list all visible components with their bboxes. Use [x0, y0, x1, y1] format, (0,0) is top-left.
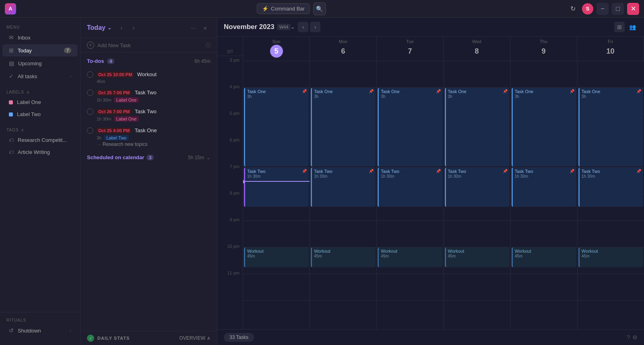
event-duration: 45m [381, 254, 388, 258]
panel-more-button[interactable]: ··· [188, 23, 198, 33]
command-bar-button[interactable]: ⚡ Command Bar [257, 3, 310, 14]
calendar-event-workout[interactable]: Workout 45m [578, 247, 643, 267]
task-checkbox[interactable] [87, 89, 93, 96]
sidebar-item-label-one[interactable]: Label One [2, 96, 78, 108]
calendar-event-task-two[interactable]: 📌 Task Two 1h 30m [512, 168, 576, 207]
calendar-event-task-one[interactable]: 📌 Task One 3h [244, 88, 309, 166]
calendar-event-task-one[interactable]: 📌 Task One 3h [512, 88, 576, 166]
avatar[interactable]: S [582, 3, 593, 15]
calendar-event-workout[interactable]: Workout 45m [244, 247, 309, 267]
time-label: 10 pm [217, 242, 243, 269]
current-time-line [243, 181, 310, 182]
calendar-prev-button[interactable]: ‹ [298, 22, 308, 32]
sidebar-item-shutdown[interactable]: ↺ Shutdown › [2, 324, 78, 337]
task-item[interactable]: Oct 25 10:00 PM Workout 45m [80, 68, 217, 86]
task-meta: 1h 30m Label One [97, 97, 211, 103]
day-header-fri: Fri 10 [577, 37, 644, 61]
calendar-event-task-two[interactable]: 📌 Task Two 1h 30m [445, 168, 510, 207]
pin-icon: 📌 [636, 89, 641, 94]
overview-button[interactable]: OVERVIEW ∧ [180, 335, 211, 341]
event-name: Task Two [515, 169, 574, 174]
sidebar-item-all-tasks[interactable]: ✓ All tasks › [2, 70, 78, 82]
day-col-mon[interactable]: 📌 Task One 3h 📌 Task Two 1h 30m Workout … [310, 61, 377, 329]
close-button[interactable]: ✕ [627, 3, 639, 15]
overview-chevron-icon: ∧ [207, 335, 211, 341]
calendar-people-button[interactable]: 👥 [627, 22, 638, 32]
calendar-event-task-two[interactable]: 📌 Task Two 1h 30m [578, 168, 643, 207]
task-duration: 45m [97, 79, 105, 84]
task-checkbox[interactable] [87, 127, 93, 134]
calendar-grid: IST 3 pm 4 pm 5 pm 6 pm 7 pm 8 pm 9 pm 1… [217, 37, 644, 329]
sidebar-item-upcoming[interactable]: ▤ Upcoming [2, 57, 78, 69]
calendar-event-task-two[interactable]: 📌 Task Two 1h 30m [378, 168, 442, 207]
sidebar-item-label: Inbox [18, 35, 31, 41]
scheduled-title: Scheduled on calendar 3 [87, 154, 154, 160]
day-header-sun: Sun 5 [243, 37, 310, 61]
task-date: Oct 25 4:00 PM [97, 128, 131, 133]
labels-header[interactable]: LABELS ∧ [0, 87, 80, 96]
panel-next-button[interactable]: › [128, 23, 139, 33]
maximize-button[interactable]: □ [612, 3, 624, 15]
calendar-right-controls: ⊞ 👥 [614, 22, 638, 32]
sidebar-item-tag-writing[interactable]: 🏷 Article Writing [2, 146, 78, 158]
tags-header[interactable]: TAGS ∧ [0, 125, 80, 134]
task-item[interactable]: Oct 26 7:00 PM Task Two 1h 30m Label One [80, 105, 217, 124]
minimize-button[interactable]: − [597, 3, 609, 15]
sidebar-item-label-two[interactable]: Label Two [2, 108, 78, 120]
calendar-event-workout[interactable]: Workout 45m [512, 247, 576, 267]
sidebar-item-inbox[interactable]: ✉ Inbox [2, 31, 78, 44]
search-button[interactable]: 🔍 [313, 2, 326, 15]
panel-collapse-button[interactable]: « [200, 23, 211, 33]
calendar-event-task-one[interactable]: 📌 Task One 3h [378, 88, 442, 166]
scheduled-header[interactable]: Scheduled on calendar 3 5h 15m ⌄ [87, 153, 211, 162]
scheduled-chevron-icon: ⌄ [206, 155, 211, 160]
task-item[interactable]: Oct 25 7:00 PM Task Two 1h 30m Label One [80, 86, 217, 105]
subtask-arrow-icon: → [97, 142, 101, 147]
sidebar-item-label: Label One [17, 99, 41, 105]
calendar-event-workout[interactable]: Workout 45m [378, 247, 442, 267]
task-name: Workout [137, 71, 157, 77]
day-col-wed[interactable]: 📌 Task One 3h 📌 Task Two 1h 30m Workout … [444, 61, 511, 329]
panel-prev-button[interactable]: ‹ [116, 23, 127, 33]
today-chevron-icon: ⌄ [107, 25, 111, 31]
add-task-bar[interactable]: + Add New Task ⓘ [80, 38, 217, 52]
calendar-event-task-one[interactable]: 📌 Task One 3h [578, 88, 643, 166]
calendar-view-button[interactable]: ⊞ [614, 22, 625, 32]
inbox-icon: ✉ [9, 34, 14, 41]
calendar-next-button[interactable]: › [310, 22, 320, 32]
sidebar: MENU ✉ Inbox ⊞ Today 7 ▤ Upcoming ✓ All … [0, 18, 80, 345]
app-logo[interactable]: A [5, 3, 16, 15]
tasks-count-button[interactable]: 33 Tasks [224, 333, 254, 342]
calendar-event-task-two[interactable]: 📌 Task Two 1h 30m [311, 168, 376, 207]
sidebar-item-today[interactable]: ⊞ Today 7 [2, 44, 78, 56]
task-item[interactable]: Oct 25 4:00 PM Task One 3h Label Two → R… [80, 124, 217, 150]
day-header-thu: Thu 9 [510, 37, 577, 61]
event-name: Task One [381, 89, 440, 94]
task-name: Task One [135, 127, 157, 133]
today-button[interactable]: Today ⌄ [87, 24, 111, 31]
calendar-event-workout[interactable]: Workout 45m [445, 247, 510, 267]
day-col-sun[interactable]: 📌 Task One 3h 📌 Task Two 1h 30m [243, 61, 310, 329]
calendar-help-icon[interactable]: ? [627, 334, 630, 341]
calendar-event-task-one[interactable]: 📌 Task One 3h [311, 88, 376, 166]
calendar-week-chevron[interactable]: ⌄ [291, 24, 295, 30]
calendar-event-task-two[interactable]: 📌 Task Two 1h 30m [244, 168, 309, 207]
event-name: Task One [247, 89, 307, 94]
day-col-fri[interactable]: 📌 Task One 3h 📌 Task Two 1h 30m Workout … [578, 61, 644, 329]
day-col-tue[interactable]: 📌 Task One 3h 📌 Task Two 1h 30m Workout … [377, 61, 444, 329]
task-checkbox[interactable] [87, 71, 93, 78]
pin-icon: 📌 [636, 169, 641, 173]
todos-title[interactable]: To-dos 4 [87, 58, 114, 64]
task-checkbox[interactable] [87, 108, 93, 115]
task-details: Oct 25 7:00 PM Task Two 1h 30m Label One [97, 89, 211, 103]
task-panel: Today ⌄ ‹ › ··· « + Add New Task ⓘ To-do… [80, 18, 217, 345]
time-label: 8 pm [217, 189, 243, 216]
day-col-thu[interactable]: 📌 Task One 3h 📌 Task Two 1h 30m Workout … [511, 61, 578, 329]
add-task-info: ⓘ [206, 42, 211, 49]
calendar-panel: November 2023 W44 ⌄ ‹ › ⊞ 👥 IST 3 pm 4 p… [217, 18, 644, 345]
sidebar-item-tag-research[interactable]: 🏷 Research Competit... [2, 134, 78, 146]
calendar-settings-icon[interactable]: ⚙ [632, 334, 638, 341]
calendar-event-workout[interactable]: Workout 45m [311, 247, 376, 267]
calendar-event-task-one[interactable]: 📌 Task One 3h [445, 88, 510, 166]
refresh-button[interactable]: ↻ [567, 3, 579, 15]
